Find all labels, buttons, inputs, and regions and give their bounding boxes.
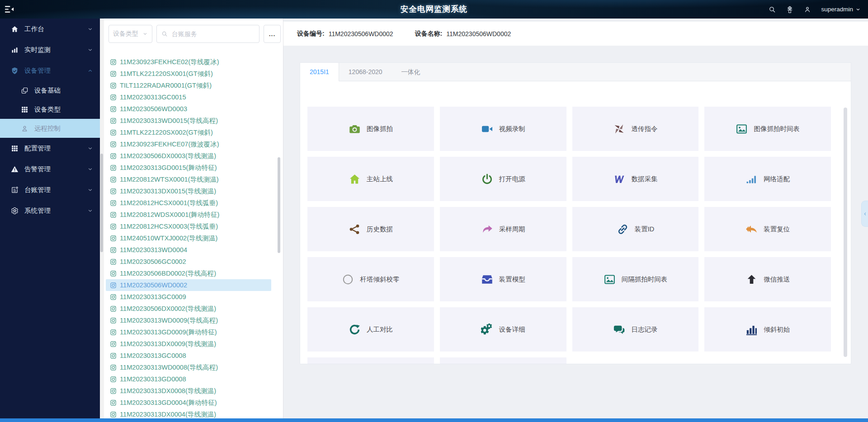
action-network-adaptation[interactable]: 网络适配 xyxy=(704,157,831,201)
action-power-on[interactable]: 打开电源 xyxy=(440,157,566,201)
wlogo-icon xyxy=(613,173,625,185)
search-icon[interactable] xyxy=(769,6,776,13)
action-tilt-initial[interactable]: 倾斜初始 xyxy=(704,307,831,352)
sidebar-item-label: 设备基础 xyxy=(34,86,61,95)
device-list-item[interactable]: TILT1122RADAR0001(GT倾斜) xyxy=(106,80,271,91)
action-tower-tilt-zeroing[interactable]: 杆塔倾斜校零 xyxy=(307,257,434,301)
search-input[interactable] xyxy=(171,30,255,38)
action-wechat-push[interactable]: 微信推送 xyxy=(704,257,831,301)
sidebar-item-ledger-management[interactable]: 台账管理 xyxy=(0,179,100,200)
device-list-item[interactable]: 11M20230313WD0015(导线高程) xyxy=(106,115,271,127)
action-device-detail[interactable]: 设备详细 xyxy=(440,307,566,352)
device-list-item[interactable]: 11M20230313GD0008 xyxy=(106,373,271,385)
transmission-tower-icon[interactable] xyxy=(786,5,794,14)
action-device-reset[interactable]: 装置复位 xyxy=(704,207,831,251)
device-id: 11M20230313DX0009(导线测温) xyxy=(120,340,216,348)
action-passthrough-command[interactable]: 透传指令 xyxy=(572,107,699,151)
device-list-item[interactable]: 11M220812HCSX0001(导线弧垂) xyxy=(106,197,271,209)
card-scrollbar-thumb[interactable] xyxy=(844,108,847,357)
collapse-panel-handle[interactable] xyxy=(861,201,868,227)
device-list-item[interactable]: 11M230923FEKHCE02(导线覆冰) xyxy=(106,56,271,68)
device-list-item[interactable]: 11M20230313GD0015(舞动特征) xyxy=(106,162,271,173)
action-device-model[interactable]: 装置模型 xyxy=(440,257,566,301)
device-type-select[interactable]: 设备类型 xyxy=(108,25,152,43)
device-list-item[interactable]: 11M20230506DX0002(导线测温) xyxy=(106,303,271,314)
device-list-item[interactable]: 11MTLK221220SX001(GT倾斜) xyxy=(106,68,271,80)
device-list-item[interactable]: 11M20230313WD0008(导线高程) xyxy=(106,361,271,373)
user-icon[interactable] xyxy=(804,6,811,13)
tab-integrated[interactable]: 一体化 xyxy=(392,63,430,81)
sidebar-item-config-management[interactable]: 配置管理 xyxy=(0,138,100,159)
device-list-item[interactable]: 11MTLK221220SX002(GT倾斜) xyxy=(106,127,271,138)
device-list-item[interactable]: 11M20230313DX0015(导线测温) xyxy=(106,185,271,197)
action-label: 装置ID xyxy=(635,225,655,234)
device-list-item[interactable]: 11M220812WDSX0001(舞动特征) xyxy=(106,209,271,220)
device-id: 11M20230506DX0002(导线测温) xyxy=(120,305,216,313)
device-list-item[interactable]: 11M20230506GC0002 xyxy=(106,256,271,267)
action-device-id[interactable]: 装置ID xyxy=(572,207,699,251)
action-image-capture[interactable]: 图像抓拍 xyxy=(307,107,434,151)
signal-icon xyxy=(745,173,758,185)
device-id: 11M20230313GD0015(舞动特征) xyxy=(120,164,217,172)
more-button[interactable]: ... xyxy=(264,25,281,43)
action-video-record[interactable]: 视频录制 xyxy=(440,107,566,151)
action-interval-capture-schedule[interactable]: 间隔抓拍时间表 xyxy=(572,257,699,301)
device-list: 11M230923FEKHCE02(导线覆冰)11MTLK221220SX001… xyxy=(104,47,283,418)
device-list-item[interactable]: 11M20230506BD0002(导线高程) xyxy=(106,267,271,279)
copy-icon xyxy=(21,87,28,94)
tab-12068-2020[interactable]: 12068-2020 xyxy=(339,63,392,81)
device-list-item[interactable]: 11M220812WTSX0001(导线测温) xyxy=(106,173,271,185)
sidebar-item-device-type[interactable]: 设备类型 xyxy=(0,100,100,119)
sidebar-scrollbar-thumb[interactable] xyxy=(100,154,103,252)
action-history-data[interactable]: 历史数据 xyxy=(307,207,434,251)
device-id: 11M20230313GD0004(舞动特征) xyxy=(120,399,217,407)
action-tile-partial[interactable] xyxy=(307,357,434,364)
device-list-item[interactable]: 11M20230313DX0009(导线测温) xyxy=(106,338,271,350)
action-label: 倾斜初始 xyxy=(764,325,790,334)
action-data-collection[interactable]: 数据采集 xyxy=(572,157,699,201)
grid-icon xyxy=(21,106,28,113)
device-list-item[interactable]: 11M20230313DX0004(导线测温) xyxy=(106,408,271,418)
action-manual-compare[interactable]: 人工对比 xyxy=(307,307,434,352)
device-name-value: 11M20230506WD0002 xyxy=(446,30,511,38)
device-list-item[interactable]: 11M20230313GC0009 xyxy=(106,291,271,303)
action-master-station-online[interactable]: 主站上线 xyxy=(307,157,434,201)
device-list-item[interactable]: 11M20230313GD0009(舞动特征) xyxy=(106,326,271,338)
device-list-item[interactable]: 11M20230313GC0015 xyxy=(106,91,271,103)
sidebar-item-system-management[interactable]: 系统管理 xyxy=(0,200,100,221)
chevron-down-icon xyxy=(87,166,93,172)
sidebar-item-device-management[interactable]: 设备管理 xyxy=(0,60,100,81)
device-list-item[interactable]: 11M220812HCSX0003(导线弧垂) xyxy=(106,220,271,232)
action-tile-partial[interactable] xyxy=(440,357,566,364)
device-list-item[interactable]: 11M20230506WD0002 xyxy=(106,279,271,291)
footer-bar xyxy=(0,418,868,422)
sidebar-item-device-basic[interactable]: 设备基础 xyxy=(0,81,100,100)
action-grid: 图像抓拍视频录制透传指令图像抓拍时间表主站上线打开电源数据采集网络适配历史数据采… xyxy=(300,81,851,364)
device-list-item[interactable]: 11M240510WTXJ0002(导线测温) xyxy=(106,232,271,244)
sidebar-item-alarm-management[interactable]: 告警管理 xyxy=(0,159,100,179)
sidebar-item-realtime-monitor[interactable]: 实时监测 xyxy=(0,39,100,60)
device-list-item[interactable]: 11M230923FEKHCE07(微波覆冰) xyxy=(106,138,271,150)
device-list-scrollbar-thumb[interactable] xyxy=(278,157,280,253)
action-image-capture-schedule[interactable]: 图像抓拍时间表 xyxy=(704,107,831,151)
device-list-item[interactable]: 11M20230506WD0003 xyxy=(106,103,271,115)
device-list-item[interactable]: 11M20230506DX0003(导线测温) xyxy=(106,150,271,162)
device-list-item[interactable]: 11M20230313WD0004 xyxy=(106,244,271,256)
sidebar-item-workbench[interactable]: 工作台 xyxy=(0,19,100,39)
device-id: 11M20230506GC0002 xyxy=(120,258,186,265)
user-menu[interactable]: superadmin xyxy=(821,6,861,13)
action-sampling-period[interactable]: 采样周期 xyxy=(440,207,566,251)
device-list-item[interactable]: 11M20230313DX0008(导线测温) xyxy=(106,385,271,397)
tab-2015i1[interactable]: 2015I1 xyxy=(300,63,339,81)
chart-icon xyxy=(11,46,19,54)
device-list-item[interactable]: 11M20230313WD0009(导线高程) xyxy=(106,314,271,326)
device-list-item[interactable]: 11M20230313GC0008 xyxy=(106,350,271,361)
sidebar-scrollbar-track[interactable] xyxy=(100,19,104,418)
sidebar-item-remote-control[interactable]: 远程控制 xyxy=(0,119,100,138)
sidebar-item-label: 配置管理 xyxy=(24,144,51,153)
protocol-tabs: 2015I112068-2020一体化 xyxy=(300,63,851,81)
sidebar-item-label: 工作台 xyxy=(24,25,44,33)
device-list-item[interactable]: 11M20230313GD0004(舞动特征) xyxy=(106,397,271,408)
action-log-record[interactable]: 日志记录 xyxy=(572,307,699,352)
reply-icon xyxy=(745,223,758,235)
